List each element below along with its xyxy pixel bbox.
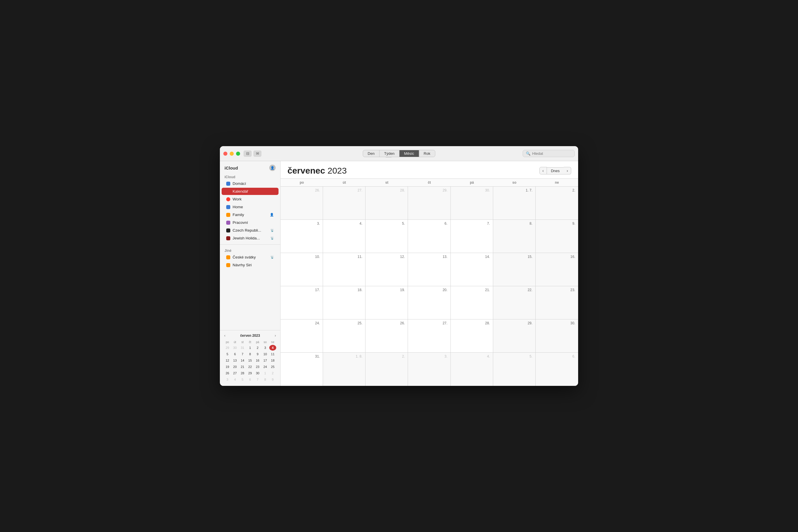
- mini-cal-day[interactable]: 4: [231, 377, 238, 382]
- mini-cal-day[interactable]: 19: [224, 364, 231, 370]
- calendar-day-cell[interactable]: 28.: [451, 319, 493, 353]
- calendar-day-cell[interactable]: 26.: [281, 187, 323, 220]
- calendar-day-cell[interactable]: 12.: [366, 253, 408, 286]
- mini-cal-day[interactable]: 1: [262, 370, 269, 376]
- mini-cal-day[interactable]: 26: [224, 370, 231, 376]
- calendar-day-cell[interactable]: 25.: [323, 319, 366, 353]
- mini-cal-day[interactable]: 17: [262, 358, 269, 363]
- account-icon[interactable]: 👤: [269, 165, 276, 171]
- mini-cal-day[interactable]: 13: [231, 358, 238, 363]
- sidebar-item-work[interactable]: Work: [222, 195, 279, 203]
- calendar-day-cell[interactable]: 4.: [451, 353, 493, 386]
- calendar-day-cell[interactable]: 29.: [493, 319, 536, 353]
- mini-cal-day[interactable]: 16: [254, 358, 261, 363]
- mini-cal-day[interactable]: 4: [269, 345, 276, 350]
- mini-cal-day[interactable]: 8: [262, 377, 269, 382]
- calendar-day-cell[interactable]: 28.: [366, 187, 408, 220]
- calendar-day-cell[interactable]: 3.: [281, 220, 323, 253]
- calendar-prev-button[interactable]: ‹: [539, 167, 547, 174]
- calendar-day-cell[interactable]: 1. 8.: [323, 353, 366, 386]
- calendar-day-cell[interactable]: 18.: [323, 286, 366, 319]
- calendar-day-cell[interactable]: 11.: [323, 253, 366, 286]
- calendar-day-cell[interactable]: 6.: [408, 220, 450, 253]
- calendar-day-cell[interactable]: 21.: [451, 286, 493, 319]
- close-button[interactable]: [223, 152, 227, 156]
- calendar-day-cell[interactable]: 6.: [536, 353, 578, 386]
- calendar-day-cell[interactable]: 8.: [493, 220, 536, 253]
- mini-cal-prev-button[interactable]: ‹: [223, 333, 226, 338]
- tab-tyden[interactable]: Týden: [379, 150, 399, 157]
- mini-cal-day[interactable]: 31: [239, 345, 246, 350]
- mini-cal-day[interactable]: 9: [269, 377, 276, 382]
- mini-cal-day[interactable]: 9: [254, 351, 261, 357]
- calendar-day-cell[interactable]: 17.: [281, 286, 323, 319]
- mini-cal-day[interactable]: 27: [231, 370, 238, 376]
- calendar-day-cell[interactable]: 29.: [408, 187, 450, 220]
- mini-cal-day[interactable]: 3: [224, 377, 231, 382]
- mini-cal-day[interactable]: 6: [246, 377, 253, 382]
- tab-den[interactable]: Den: [363, 150, 379, 157]
- sidebar-item-czech[interactable]: Czech Republi... 📡: [222, 227, 279, 234]
- search-box[interactable]: 🔍: [523, 150, 575, 157]
- mini-cal-day[interactable]: 6: [231, 351, 238, 357]
- calendar-day-cell[interactable]: 7.: [451, 220, 493, 253]
- calendar-day-cell[interactable]: 10.: [281, 253, 323, 286]
- mini-cal-day[interactable]: 24: [262, 364, 269, 370]
- calendar-day-cell[interactable]: 22.: [493, 286, 536, 319]
- mini-cal-day[interactable]: 25: [269, 364, 276, 370]
- sidebar-item-jewish[interactable]: Jewish Holida... 📡: [222, 234, 279, 242]
- calendar-day-cell[interactable]: 13.: [408, 253, 450, 286]
- sidebar-item-home[interactable]: Home: [222, 203, 279, 211]
- calendar-day-cell[interactable]: 24.: [281, 319, 323, 353]
- mini-cal-day[interactable]: 2: [269, 370, 276, 376]
- calendar-day-cell[interactable]: 5.: [493, 353, 536, 386]
- mini-cal-day[interactable]: 28: [239, 370, 246, 376]
- maximize-button[interactable]: [236, 152, 240, 156]
- calendar-day-cell[interactable]: 3.: [408, 353, 450, 386]
- mini-cal-next-button[interactable]: ›: [274, 333, 277, 338]
- mini-cal-day[interactable]: 18: [269, 358, 276, 363]
- mini-cal-day[interactable]: 30: [254, 370, 261, 376]
- mini-cal-day[interactable]: 7: [254, 377, 261, 382]
- mail-icon-button[interactable]: ✉: [253, 151, 261, 157]
- mini-cal-day[interactable]: 22: [246, 364, 253, 370]
- calendar-day-cell[interactable]: 16.: [536, 253, 578, 286]
- sidebar-item-domaci[interactable]: Domácí: [222, 180, 279, 187]
- mini-cal-day[interactable]: 2: [254, 345, 261, 350]
- mini-cal-day[interactable]: 23: [254, 364, 261, 370]
- calendar-day-cell[interactable]: 19.: [366, 286, 408, 319]
- tab-mesic[interactable]: Měsíc: [400, 150, 419, 157]
- mini-cal-day[interactable]: 3: [262, 345, 269, 350]
- calendar-day-cell[interactable]: 20.: [408, 286, 450, 319]
- minimize-button[interactable]: [230, 152, 234, 156]
- mini-cal-day[interactable]: 5: [239, 377, 246, 382]
- calendar-day-cell[interactable]: 9.: [536, 220, 578, 253]
- calendar-day-cell[interactable]: 1. 7.: [493, 187, 536, 220]
- mini-cal-day[interactable]: 29: [224, 345, 231, 350]
- calendar-day-cell[interactable]: 30.: [451, 187, 493, 220]
- tab-rok[interactable]: Rok: [419, 150, 435, 157]
- sidebar-item-navrhy[interactable]: Návrhy Siri: [222, 261, 279, 269]
- search-input[interactable]: [532, 151, 572, 156]
- mini-cal-day[interactable]: 1: [246, 345, 253, 350]
- mini-cal-day[interactable]: 20: [231, 364, 238, 370]
- mini-cal-day[interactable]: 15: [246, 358, 253, 363]
- calendar-day-cell[interactable]: 26.: [366, 319, 408, 353]
- mini-cal-day[interactable]: 12: [224, 358, 231, 363]
- sidebar-item-kalendar[interactable]: Kalendář: [222, 188, 279, 195]
- today-button[interactable]: Dnes: [547, 167, 564, 174]
- mini-cal-day[interactable]: 7: [239, 351, 246, 357]
- calendar-day-cell[interactable]: 30.: [536, 319, 578, 353]
- sidebar-item-ceske[interactable]: České svátky 📡: [222, 253, 279, 261]
- calendar-day-cell[interactable]: 2.: [536, 187, 578, 220]
- mini-cal-day[interactable]: 30: [231, 345, 238, 350]
- calendar-day-cell[interactable]: 15.: [493, 253, 536, 286]
- calendar-day-cell[interactable]: 27.: [408, 319, 450, 353]
- mini-cal-day[interactable]: 5: [224, 351, 231, 357]
- calendar-day-cell[interactable]: 23.: [536, 286, 578, 319]
- calendar-day-cell[interactable]: 5.: [366, 220, 408, 253]
- mini-cal-day[interactable]: 11: [269, 351, 276, 357]
- calendar-day-cell[interactable]: 4.: [323, 220, 366, 253]
- mini-cal-day[interactable]: 29: [246, 370, 253, 376]
- mini-cal-day[interactable]: 8: [246, 351, 253, 357]
